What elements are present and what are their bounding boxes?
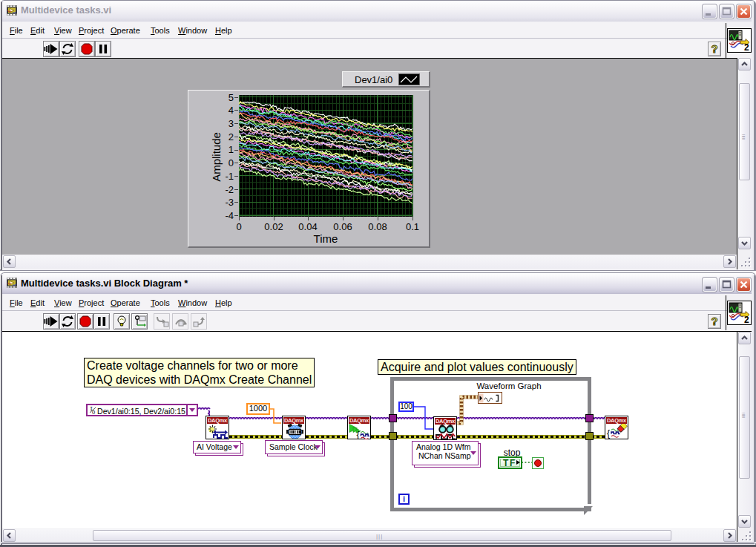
svg-text:{: { (357, 430, 360, 439)
svg-text:{: { (607, 428, 610, 439)
